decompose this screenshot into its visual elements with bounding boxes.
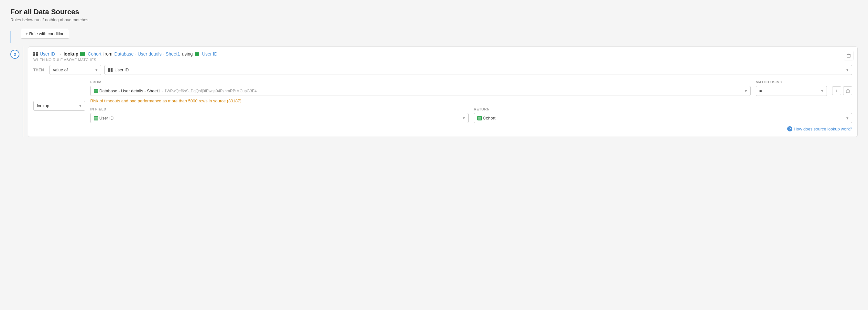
lookup-right-panel: FROM Database - User details - Sheet1 · … (90, 80, 852, 131)
match-using-value: = (760, 89, 762, 93)
then-label: THEN (33, 68, 46, 72)
return-section: RETURN Cohort ▾ (474, 107, 852, 123)
user-id-field-label: User ID (115, 68, 129, 72)
from-database-suffix: · 1WPwQef6sSLDqQofj0fEwga94PzhmRBtMCupG3… (162, 89, 257, 93)
in-field-return-row: IN FIELD User ID ▾ RETURN Cohort ▾ (90, 107, 852, 123)
when-no-rule-label: WHEN NO RULE ABOVE MATCHES (33, 58, 852, 62)
chevron-down-icon: ▾ (95, 68, 98, 72)
green-sheet-icon-return (477, 116, 482, 120)
chevron-down-icon-6: ▾ (463, 115, 465, 120)
from-select[interactable]: Database - User details - Sheet1 · 1WPwQ… (90, 86, 751, 96)
how-link[interactable]: ? How does source lookup work? (90, 126, 852, 131)
match-using-select[interactable]: = ▾ (756, 86, 827, 96)
warning-text: Risk of timeouts and bad performance as … (90, 99, 852, 103)
delete-lookup-button[interactable] (843, 86, 852, 95)
in-field-label: IN FIELD (90, 107, 469, 111)
green-sheet-icon-userid (195, 52, 199, 56)
lookup-label: lookup (37, 103, 49, 108)
then-row: THEN value of ▾ User ID ▾ (33, 65, 852, 75)
chevron-down-icon-7: ▾ (846, 115, 848, 120)
chevron-down-icon-2: ▾ (846, 68, 848, 72)
add-lookup-button[interactable]: + (832, 86, 841, 95)
chevron-down-icon-3: ▾ (79, 103, 82, 108)
page-title: For all Data Sources (10, 8, 858, 16)
value-of-select[interactable]: value of ▾ (50, 65, 101, 75)
add-rule-button[interactable]: + Rule with condition (21, 29, 69, 39)
trash-icon (846, 53, 851, 58)
summary-userid2: User ID (202, 51, 217, 57)
svg-rect-0 (847, 55, 850, 58)
return-select[interactable]: Cohort ▾ (474, 113, 852, 123)
from-match-row: FROM Database - User details - Sheet1 · … (90, 80, 852, 96)
summary-cohort: Cohort (88, 51, 101, 57)
rule-summary: User ID → lookup Cohort from Database - … (33, 51, 852, 57)
delete-rule-button[interactable] (844, 51, 854, 60)
match-section: MATCH USING = ▾ (756, 80, 827, 96)
green-sheet-icon-from (94, 89, 98, 93)
page-subtitle: Rules below run if nothing above matches (10, 18, 858, 22)
summary-arrow: → (57, 51, 61, 57)
from-section: FROM Database - User details - Sheet1 · … (90, 80, 751, 96)
how-link-text: How does source lookup work? (794, 127, 852, 131)
from-label: FROM (90, 80, 751, 84)
lookup-select[interactable]: lookup ▾ (33, 101, 85, 111)
return-value: Cohort (483, 115, 495, 120)
summary-userid: User ID (40, 51, 55, 57)
value-of-label: value of (53, 68, 68, 72)
help-icon: ? (787, 126, 792, 131)
lookup-row: lookup ▾ FROM Database - User details - … (33, 80, 852, 131)
summary-database: Database - User details - Sheet1 (114, 51, 180, 57)
summary-from: from (103, 51, 112, 57)
rule-number: 2 (10, 50, 20, 59)
green-sheet-icon-cohort (80, 52, 85, 56)
svg-rect-4 (846, 90, 849, 92)
chevron-down-icon-5: ▾ (821, 89, 824, 93)
in-field-select[interactable]: User ID ▾ (90, 113, 469, 123)
chevron-down-icon-4: ▾ (745, 89, 747, 93)
trash-icon-small (846, 89, 850, 93)
user-id-grid-icon (33, 52, 38, 56)
return-label: RETURN (474, 107, 852, 111)
in-field-value: User ID (99, 115, 114, 120)
match-using-label: MATCH USING (756, 80, 827, 84)
summary-using: using (182, 51, 192, 57)
from-database-label: Database - User details - Sheet1 (99, 89, 160, 93)
user-id-field-icon (108, 68, 113, 72)
green-sheet-icon-infield (94, 116, 98, 120)
in-field-section: IN FIELD User ID ▾ (90, 107, 469, 123)
rule-card: User ID → lookup Cohort from Database - … (28, 46, 858, 137)
summary-lookup: lookup (63, 51, 78, 57)
user-id-select[interactable]: User ID ▾ (104, 65, 852, 75)
